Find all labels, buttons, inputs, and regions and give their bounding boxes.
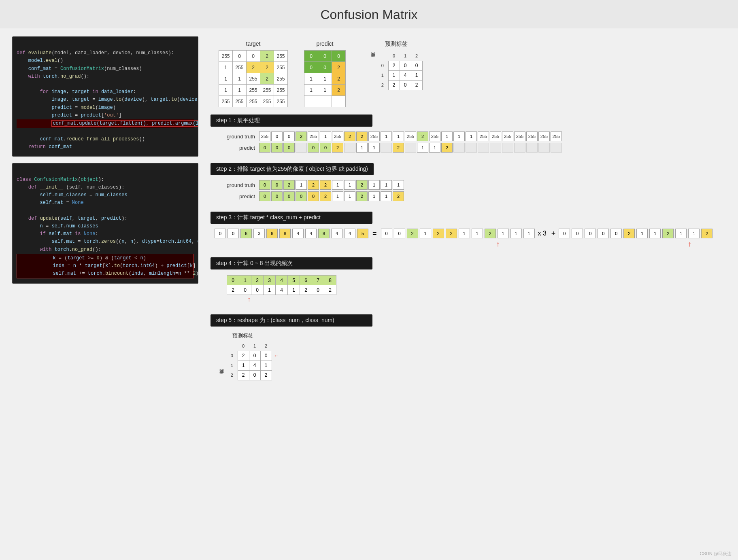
table-row: 255 <box>247 73 260 85</box>
list-item <box>344 143 355 153</box>
list-item: 1 <box>393 132 404 141</box>
list-item: 0 <box>215 229 226 238</box>
list-item: 1 <box>459 229 470 238</box>
list-item: 4 <box>344 229 355 238</box>
list-item <box>296 143 307 153</box>
table-row: 0 <box>233 51 247 62</box>
list-item: 0 <box>308 143 319 153</box>
table-row: 4 <box>249 361 260 370</box>
list-item: 1 <box>510 229 522 238</box>
list-item: 1 <box>675 229 687 238</box>
table-row: 1 <box>233 85 247 96</box>
list-item: 2 <box>308 180 319 190</box>
list-item: 255 <box>551 132 562 141</box>
list-item: 0 <box>308 191 319 201</box>
table-row: 255 <box>274 85 288 96</box>
step4-header: step 4：计算 0 ~ 8 出现的频次 <box>211 257 372 269</box>
list-item <box>466 143 477 153</box>
list-item: 2 <box>251 276 264 285</box>
table-row: 2 <box>388 61 400 70</box>
list-item: 2 <box>356 180 368 190</box>
table-row: 1 <box>219 73 233 85</box>
table-row: 1 <box>233 73 247 85</box>
arrow-left: ← <box>274 352 279 359</box>
table-row: 1 <box>304 73 318 85</box>
list-item: 2 <box>227 285 239 295</box>
list-item: 0 <box>259 191 270 201</box>
table-row: 1 <box>238 361 249 370</box>
list-item: 0 <box>572 229 583 238</box>
list-item: 0 <box>227 276 239 285</box>
list-item <box>502 143 513 153</box>
list-item: 5 <box>357 229 368 238</box>
list-item: 0 <box>598 229 609 238</box>
list-item: 1 <box>381 191 392 201</box>
list-item: 2 <box>356 191 368 201</box>
table-row: 1 <box>318 73 332 85</box>
list-item: 0 <box>585 229 596 238</box>
list-item: 1 <box>420 229 431 238</box>
list-item <box>490 143 501 153</box>
list-item: 255 <box>368 132 380 141</box>
table-row: 255 <box>274 96 288 107</box>
list-item: 0 <box>283 191 295 201</box>
list-item: 0 <box>283 143 295 153</box>
times-sign: x 3 <box>536 230 548 237</box>
step5-section: step 5：reshape 为：(class_num，class_num) 预… <box>211 314 726 383</box>
list-item: 1 <box>288 285 300 295</box>
list-item: 0 <box>239 285 251 295</box>
list-item: 2 <box>283 180 295 190</box>
step3-header: step 3：计算 target * class_num + predict <box>211 212 372 224</box>
list-item: 0 <box>320 143 331 153</box>
list-item: 0 <box>312 285 324 295</box>
table-row <box>332 96 346 107</box>
step5-result-matrix: 0 1 2 0 2 0 0 1 <box>226 341 272 380</box>
list-item: 255 <box>405 132 416 141</box>
table-row: 1 <box>411 70 422 80</box>
conf-result-section: 预测标签 真实标签 0 1 2 <box>370 40 423 90</box>
table-row: 1 <box>219 85 233 96</box>
list-item <box>526 143 538 153</box>
table-row: 0 <box>332 51 346 62</box>
table-row: 2 <box>260 51 274 62</box>
list-item: 1 <box>636 229 648 238</box>
list-item: 8 <box>318 229 330 238</box>
table-row: 255 <box>247 85 260 96</box>
table-row: 2 <box>260 73 274 85</box>
table-row: 255 <box>233 62 247 73</box>
table-row: 255 <box>274 51 288 62</box>
list-item <box>551 143 562 153</box>
table-row: 2 <box>260 62 274 73</box>
table-row: 0 <box>247 51 260 62</box>
table-row: 0 <box>304 62 318 73</box>
table-row: 0 <box>304 51 318 62</box>
list-item: 2 <box>320 180 331 190</box>
list-item: 2 <box>393 191 404 201</box>
list-item: 6 <box>300 276 312 285</box>
list-item: 1 <box>472 229 483 238</box>
step2-section: step 2：排除 target 值为255的像素 ( object 边界 或 … <box>211 163 726 203</box>
list-item: 255 <box>514 132 525 141</box>
table-row: 1 <box>260 361 272 370</box>
table-row: 2 <box>238 370 249 380</box>
code-panel: def evaluate(model, data_loader, device,… <box>12 36 198 384</box>
predict-label: predict <box>316 40 333 47</box>
list-item: 0 <box>610 229 622 238</box>
code-block-upper: def evaluate(model, data_loader, device,… <box>12 36 198 157</box>
table-row: 255 <box>274 73 288 85</box>
list-item: 1 <box>368 191 380 201</box>
list-item: 0 <box>271 143 283 153</box>
list-item: 4 <box>305 229 317 238</box>
list-item: 1 <box>381 132 392 141</box>
list-item <box>478 143 489 153</box>
list-item: 1 <box>368 180 380 190</box>
list-item: 255 <box>490 132 501 141</box>
table-row: 0 <box>318 62 332 73</box>
list-item: 2 <box>320 191 331 201</box>
list-item <box>453 143 465 153</box>
table-row: 4 <box>400 70 411 80</box>
list-item: 4 <box>292 229 304 238</box>
gt-label-step2: ground truth <box>215 182 255 188</box>
list-item: 2 <box>356 132 368 141</box>
list-item: 1 <box>332 180 343 190</box>
